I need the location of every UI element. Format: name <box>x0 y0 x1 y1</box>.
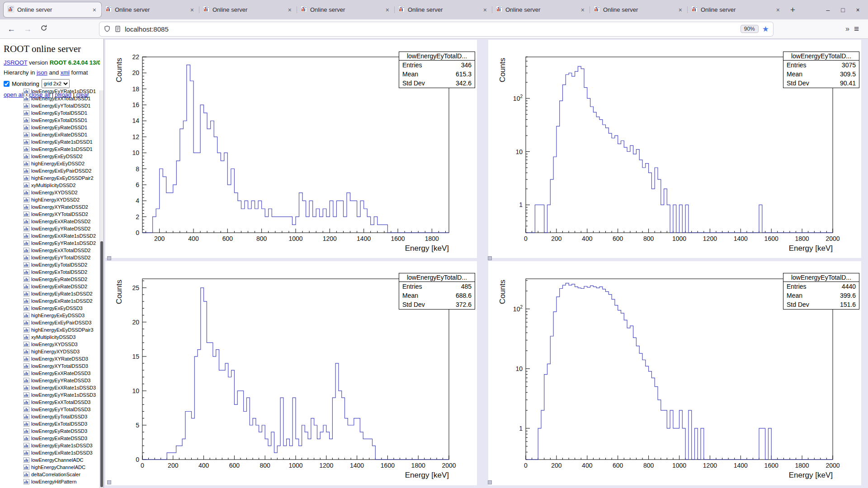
tree-item[interactable]: lowEnergyHitPattern <box>0 478 99 485</box>
tree-item[interactable]: lowEnergyExXTotalDSSD1 <box>0 95 99 102</box>
tree-item[interactable]: lowEnergyEyTotalDSSD1 <box>0 109 99 117</box>
tree-item[interactable]: lowEnergyExXRate1sDSSD2 <box>0 232 99 239</box>
new-tab-button[interactable]: + <box>785 5 801 15</box>
tab-close-icon[interactable]: × <box>775 6 781 14</box>
panel-resize-grip[interactable] <box>107 256 111 260</box>
tree-item[interactable]: lowEnergyEyYRateDSSD3 <box>0 377 99 384</box>
tree-item[interactable]: lowEnergyExRate1sDSSD2 <box>0 297 99 305</box>
page-info-icon[interactable] <box>114 25 121 33</box>
tree-item[interactable]: lowEnergyEyYTotalDSSD3 <box>0 406 99 413</box>
tree-item[interactable]: xyMultiplicityDSSD3 <box>0 333 99 341</box>
tree-item[interactable]: lowEnergyExXTotalDSSD3 <box>0 399 99 406</box>
maximize-button[interactable]: □ <box>835 6 850 14</box>
tree-item[interactable]: lowEnergyEyYRate1sDSSD1 <box>0 88 99 95</box>
tree-item[interactable]: lowEnergyEyRate1sDSSD2 <box>0 290 99 297</box>
tree-item[interactable]: highEnergyExEyDSSD3 <box>0 312 99 319</box>
tree-item[interactable]: lowEnergyEyTotalDSSD2 <box>0 261 99 268</box>
zoom-indicator[interactable]: 90% <box>741 25 759 33</box>
tab[interactable]: Online server× <box>101 2 199 17</box>
tree-item[interactable]: lowEnergyEyRateDSSD3 <box>0 427 99 435</box>
tab-close-icon[interactable]: × <box>287 6 292 14</box>
scrollbar-thumb[interactable] <box>100 241 103 487</box>
tree-item[interactable]: lowEnergyExXRate1sDSSD3 <box>0 384 99 391</box>
tree-item[interactable]: xyMultiplicityDSSD2 <box>0 182 99 189</box>
tree-item[interactable]: highEnergyExEyDSSDPair3 <box>0 326 99 333</box>
histogram-panel-top-right[interactable]: 0200400600800100012001400160018002000110… <box>488 40 861 258</box>
tree-item[interactable]: lowEnergyExTotalDSSD1 <box>0 117 99 124</box>
tree-item[interactable]: lowEnergyXYTotalDSSD3 <box>0 362 99 370</box>
tab[interactable]: Online server× <box>590 2 687 17</box>
panel-resize-grip[interactable] <box>107 480 111 484</box>
tree-item[interactable]: highEnergyExEyDSSD2 <box>0 160 99 167</box>
tree-item[interactable]: lowEnergyXYDSSD3 <box>0 341 99 348</box>
tree-item[interactable]: highEnergyChannelADC <box>0 464 99 471</box>
tree-item[interactable]: highEnergyXYDSSD2 <box>0 196 99 203</box>
tree-item[interactable]: lowEnergyEyRate1sDSSD1 <box>0 138 99 145</box>
xml-link[interactable]: xml <box>61 69 70 76</box>
monitoring-checkbox[interactable] <box>4 81 9 87</box>
tab-close-icon[interactable]: × <box>385 6 390 14</box>
json-link[interactable]: json <box>37 69 47 76</box>
overflow-menu-button[interactable]: » <box>845 25 849 33</box>
panel-resize-grip[interactable] <box>488 480 492 484</box>
minimize-button[interactable]: – <box>821 6 835 14</box>
sidebar-scrollbar[interactable] <box>99 90 104 488</box>
tab-close-icon[interactable]: × <box>678 6 683 14</box>
tree-item[interactable]: lowEnergyExXTotalDSSD2 <box>0 247 99 254</box>
tab-close-icon[interactable]: × <box>189 6 195 14</box>
tree-item[interactable]: lowEnergyExEyPairDSSD3 <box>0 319 99 326</box>
forward-button[interactable]: → <box>22 24 33 34</box>
tree-item[interactable]: deltaCorrelationScaler <box>0 471 99 478</box>
tree-item[interactable]: lowEnergyEyYRate1sDSSD2 <box>0 239 99 247</box>
tree-item[interactable]: lowEnergyExRateDSSD1 <box>0 131 99 138</box>
tree-item[interactable]: lowEnergyEyRate1sDSSD3 <box>0 442 99 449</box>
tree-item[interactable]: lowEnergyExEyPairDSSD2 <box>0 167 99 174</box>
tree-item[interactable]: lowEnergyEyYTotalDSSD1 <box>0 102 99 109</box>
close-window-button[interactable]: × <box>850 6 865 14</box>
histogram-panel-top-left[interactable]: 2004006008001000120014001600180002468101… <box>105 40 477 258</box>
grid-layout-select[interactable]: grid 2x2 <box>42 79 70 88</box>
tree-item[interactable]: lowEnergyEyRateDSSD2 <box>0 276 99 283</box>
panel-resize-grip[interactable] <box>488 256 492 260</box>
tab[interactable]: Online server× <box>687 2 785 17</box>
tree-item[interactable]: lowEnergyXYRateDSSD2 <box>0 203 99 211</box>
tree-item[interactable]: lowEnergyEyRateDSSD1 <box>0 124 99 131</box>
tree-item[interactable]: lowEnergyEyYTotalDSSD2 <box>0 254 99 261</box>
tree-item[interactable]: lowEnergyExTotalDSSD3 <box>0 420 99 427</box>
tree-item[interactable]: lowEnergyChannelADC <box>0 456 99 464</box>
tree-item[interactable]: lowEnergyEyYRate1sDSSD3 <box>0 391 99 399</box>
tree-item[interactable]: lowEnergyExXRateDSSD3 <box>0 370 99 377</box>
tree-item[interactable]: highEnergyExEyDSSDPair2 <box>0 174 99 182</box>
tree-item[interactable]: lowEnergyXYDSSD2 <box>0 189 99 196</box>
tree-item[interactable]: lowEnergyEyYRateDSSD2 <box>0 225 99 232</box>
tree-item[interactable]: highEnergyXYDSSD3 <box>0 348 99 355</box>
tab[interactable]: Online server× <box>492 2 590 17</box>
tree-item[interactable]: lowEnergyExRateDSSD3 <box>0 435 99 442</box>
app-menu-button[interactable]: ≡ <box>854 24 859 34</box>
tree-item[interactable]: lowEnergyExXRateDSSD2 <box>0 218 99 225</box>
tab-close-icon[interactable]: × <box>92 6 97 14</box>
tree-item[interactable]: lowEnergyXYTotalDSSD2 <box>0 211 99 218</box>
tree-item[interactable]: lowEnergyXYRateDSSD3 <box>0 355 99 362</box>
reload-button[interactable] <box>38 24 50 34</box>
tree-item[interactable]: lowEnergyExRateDSSD2 <box>0 283 99 290</box>
tree-item[interactable]: lowEnergyExRate1sDSSD3 <box>0 449 99 456</box>
tab[interactable]: Online server× <box>4 2 101 17</box>
tree-item[interactable]: lowEnergyExTotalDSSD2 <box>0 268 99 276</box>
tab-close-icon[interactable]: × <box>482 6 488 14</box>
shield-icon[interactable] <box>104 25 111 33</box>
tab-close-icon[interactable]: × <box>580 6 585 14</box>
back-button[interactable]: ← <box>5 24 17 34</box>
jsroot-link[interactable]: JSROOT <box>4 59 28 66</box>
histogram-panel-bottom-right[interactable]: 0200400600800100012001400160018002000110… <box>488 261 861 485</box>
tree-item[interactable]: lowEnergyExEyDSSD3 <box>0 305 99 312</box>
bookmark-star-icon[interactable]: ★ <box>762 25 769 33</box>
tab[interactable]: Online server× <box>297 2 394 17</box>
tab[interactable]: Online server× <box>394 2 492 17</box>
tree-item[interactable]: lowEnergyExEyDSSD2 <box>0 153 99 160</box>
histogram-panel-bottom-left[interactable]: 0200400600800100012001400160018002000051… <box>105 261 477 485</box>
tree-item[interactable]: lowEnergyEyTotalDSSD3 <box>0 413 99 420</box>
url-bar[interactable]: localhost:8085 90% ★ <box>99 22 773 36</box>
tree-item[interactable]: lowEnergyExRate1sDSSD1 <box>0 145 99 153</box>
tab[interactable]: Online server× <box>199 2 297 17</box>
